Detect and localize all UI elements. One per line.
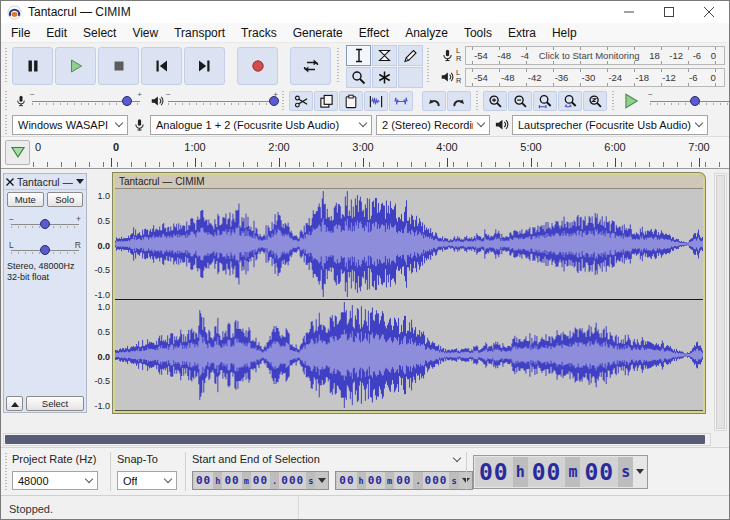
- edit-toolbar-grip[interactable]: [281, 91, 286, 110]
- collapse-track-button[interactable]: [6, 396, 23, 411]
- copy-button[interactable]: [314, 91, 338, 111]
- silence-audio-button[interactable]: [389, 91, 413, 111]
- mixer-toolbar-grip[interactable]: [4, 91, 9, 110]
- menu-item-analyze[interactable]: Analyze: [397, 23, 456, 43]
- recording-channels-select[interactable]: 2 (Stereo) Recording Chanı: [376, 115, 490, 135]
- multi-tool-button[interactable]: [372, 67, 397, 88]
- audio-position-display[interactable]: 00h00m00s: [473, 455, 648, 489]
- playback-device-select[interactable]: Lautsprecher (Focusrite Usb Audio): [512, 115, 708, 135]
- paste-button[interactable]: [339, 91, 363, 111]
- project-rate-select[interactable]: 48000: [12, 471, 98, 490]
- menu-item-effect[interactable]: Effect: [351, 23, 397, 43]
- track-gain-thumb[interactable]: [40, 219, 50, 229]
- time-unit[interactable]: m: [242, 472, 251, 489]
- skip-to-start-button[interactable]: [141, 47, 182, 85]
- minimize-button[interactable]: [609, 1, 649, 23]
- menu-item-view[interactable]: View: [124, 23, 166, 43]
- playback-volume-thumb[interactable]: [269, 96, 279, 106]
- audio-host-select[interactable]: Windows WASAPI: [12, 115, 128, 135]
- draw-tool-button[interactable]: [398, 45, 423, 66]
- playback-meter[interactable]: LR -54-48-42-36-30-24-18-12-60: [438, 67, 725, 87]
- track-close-button[interactable]: [6, 178, 14, 186]
- zoom-tool-button[interactable]: [346, 67, 371, 88]
- time-digits[interactable]: 000: [423, 472, 450, 489]
- menu-item-generate[interactable]: Generate: [285, 23, 351, 43]
- stop-button[interactable]: [98, 47, 139, 85]
- play-button[interactable]: [55, 47, 96, 85]
- track-pan-thumb[interactable]: [40, 245, 50, 255]
- play-at-speed-toolbar-grip[interactable]: [611, 91, 616, 110]
- time-unit[interactable]: h: [213, 472, 222, 489]
- time-unit[interactable]: h: [513, 457, 528, 487]
- menu-item-tools[interactable]: Tools: [456, 23, 500, 43]
- close-button[interactable]: [689, 1, 729, 23]
- zoom-out-button[interactable]: [508, 91, 532, 111]
- playback-volume-slider[interactable]: − +: [166, 94, 278, 108]
- play-at-speed-button[interactable]: [619, 91, 643, 111]
- time-digits[interactable]: 00: [475, 457, 513, 487]
- redo-button[interactable]: [447, 91, 471, 111]
- mute-button[interactable]: Mute: [7, 192, 44, 207]
- vertical-scrollbar-thumb[interactable]: [716, 175, 725, 429]
- snap-to-select[interactable]: Off: [117, 471, 177, 490]
- menu-item-help[interactable]: Help: [544, 23, 585, 43]
- selection-tool-button[interactable]: [346, 45, 371, 66]
- menu-item-extra[interactable]: Extra: [500, 23, 544, 43]
- zoom-selection-button[interactable]: [533, 91, 557, 111]
- dropdown-caret-icon[interactable]: [636, 469, 644, 478]
- time-digits[interactable]: 00: [366, 472, 385, 489]
- time-digits[interactable]: 000: [279, 472, 306, 489]
- menu-item-file[interactable]: File: [3, 23, 38, 43]
- fit-project-button[interactable]: [558, 91, 582, 111]
- selection-start-field[interactable]: 00h00m00.000s: [192, 471, 329, 490]
- cut-button[interactable]: [289, 91, 313, 111]
- meter-toolbar-grip[interactable]: [426, 48, 431, 85]
- selection-toolbar-grip[interactable]: [4, 453, 9, 491]
- play-speed-slider[interactable]: − +: [648, 94, 730, 108]
- horizontal-scrollbar-thumb[interactable]: [5, 435, 705, 444]
- time-unit[interactable]: m: [565, 457, 580, 487]
- time-unit[interactable]: s: [449, 472, 458, 489]
- recording-volume-slider[interactable]: − +: [30, 94, 142, 108]
- recording-meter-scale[interactable]: -54-48-4Click to Start Monitoring18-12-6…: [465, 46, 725, 65]
- time-unit[interactable]: .: [270, 472, 279, 489]
- time-unit[interactable]: m: [385, 472, 394, 489]
- recording-meter[interactable]: LR -54-48-4Click to Start Monitoring18-1…: [438, 45, 725, 65]
- menu-item-select[interactable]: Select: [75, 23, 124, 43]
- menu-item-edit[interactable]: Edit: [38, 23, 75, 43]
- menu-item-transport[interactable]: Transport: [166, 23, 233, 43]
- vertical-scrollbar[interactable]: [714, 173, 727, 431]
- playback-meter-scale[interactable]: -54-48-42-36-30-24-18-12-60: [465, 68, 725, 87]
- time-digits[interactable]: 00: [222, 472, 241, 489]
- track-menu-icon[interactable]: [76, 179, 84, 188]
- track-gain-slider[interactable]: − +: [9, 217, 81, 231]
- recording-device-select[interactable]: Analogue 1 + 2 (Focusrite Usb Audio): [150, 115, 372, 135]
- time-digits[interactable]: 00: [194, 472, 213, 489]
- solo-button[interactable]: Solo: [47, 192, 84, 207]
- time-digits[interactable]: 00: [394, 472, 413, 489]
- tools-toolbar-grip[interactable]: [336, 48, 341, 85]
- time-unit[interactable]: s: [306, 472, 315, 489]
- zoom-in-button[interactable]: [483, 91, 507, 111]
- timeline-options-button[interactable]: [5, 140, 30, 165]
- time-unit[interactable]: .: [413, 472, 422, 489]
- time-unit[interactable]: s: [618, 457, 633, 487]
- waveform-channel-1[interactable]: [115, 189, 703, 299]
- skip-to-end-button[interactable]: [184, 47, 225, 85]
- zoom-toolbar-grip[interactable]: [475, 91, 480, 110]
- clip-title-bar[interactable]: Tantacrul — CIMIM: [115, 175, 703, 189]
- selection-end-field[interactable]: 00h00m00.000s: [335, 471, 472, 490]
- dropdown-caret-icon[interactable]: [318, 478, 326, 487]
- time-digits[interactable]: 00: [251, 472, 270, 489]
- envelope-tool-button[interactable]: [372, 45, 397, 66]
- undo-button[interactable]: [422, 91, 446, 111]
- maximize-button[interactable]: [649, 1, 689, 23]
- waveform-channel-2[interactable]: [115, 300, 703, 410]
- pause-button[interactable]: [12, 47, 53, 85]
- time-unit[interactable]: h: [357, 472, 366, 489]
- track-name[interactable]: Tantacrul —: [17, 176, 73, 188]
- time-digits[interactable]: 00: [580, 457, 618, 487]
- track-pan-slider[interactable]: L R: [9, 243, 81, 257]
- transport-toolbar-grip[interactable]: [4, 48, 9, 85]
- time-digits[interactable]: 00: [337, 472, 356, 489]
